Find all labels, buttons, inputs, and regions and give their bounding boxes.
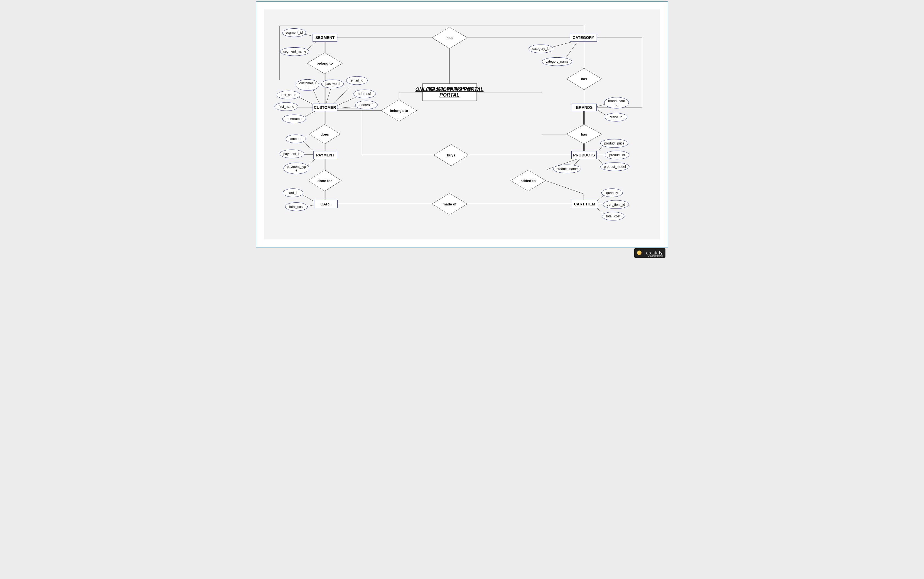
logo-subtitle: Diagramming	[648, 254, 663, 257]
svg-text:category_name: category_name	[545, 60, 568, 64]
portal-line2: PORTAL	[439, 92, 459, 98]
svg-text:product_name: product_name	[556, 167, 578, 171]
svg-text:brand_nam: brand_nam	[608, 99, 625, 103]
svg-text:address1: address1	[358, 92, 372, 96]
rel-added-to-label: added to	[521, 179, 536, 183]
rel-buys-label: buys	[447, 153, 455, 157]
svg-text:email_id: email_id	[351, 79, 363, 82]
svg-text:segment_name: segment_name	[283, 49, 307, 54]
svg-text:last_name: last_name	[281, 93, 296, 97]
svg-text:payment_id: payment_id	[283, 152, 300, 156]
entity-products-label: PRODUCTS	[573, 153, 595, 157]
svg-text:quantity: quantity	[606, 191, 618, 195]
rel-has-cat-brand-label: has	[581, 77, 587, 81]
entity-cart-item-label: CART ITEM	[574, 202, 595, 206]
page: ONLINE SHOPPING PORTAL SEGMENT CATEGORY …	[255, 0, 669, 260]
entity-payment-label: PAYMENT	[316, 153, 335, 157]
svg-text:product_model: product_model	[604, 165, 626, 169]
svg-text:first_name: first_name	[279, 105, 294, 109]
svg-text:total_cost: total_cost	[289, 205, 304, 209]
rel-done-for-label: done for	[318, 179, 332, 183]
svg-text:e: e	[295, 168, 297, 172]
svg-text:password: password	[325, 82, 340, 86]
svg-text:product_id: product_id	[609, 153, 625, 157]
rel-has-top-label: has	[446, 36, 452, 40]
entity-category-label: CATEGORY	[573, 35, 594, 40]
svg-text:username: username	[287, 117, 302, 121]
svg-text:customer_i: customer_i	[299, 81, 316, 85]
svg-text:payment_typ: payment_typ	[287, 165, 306, 169]
portal-line1: ONLINE SHOPPING	[426, 86, 473, 92]
entity-customer-label: CUSTOMER	[314, 105, 336, 110]
svg-text:product_price: product_price	[604, 141, 625, 145]
creately-logo: creately Diagramming	[634, 248, 666, 258]
entity-brands-label: BRANDS	[576, 105, 593, 110]
svg-text:card_id: card_id	[287, 191, 298, 195]
rel-made-of-label: made of	[442, 202, 456, 206]
entity-cart-label: CART	[320, 202, 331, 206]
svg-text:segment_id: segment_id	[286, 31, 303, 34]
rel-belong-to-label: belong to	[317, 61, 333, 65]
svg-text:brand_id: brand_id	[609, 115, 623, 119]
diagram-frame: ONLINE SHOPPING PORTAL SEGMENT CATEGORY …	[256, 2, 668, 247]
rel-does-label: does	[321, 132, 329, 136]
entity-segment-label: SEGMENT	[315, 35, 335, 40]
lightbulb-icon	[637, 250, 642, 255]
diagram-canvas: ONLINE SHOPPING PORTAL SEGMENT CATEGORY …	[264, 10, 660, 239]
svg-text:e: e	[615, 103, 617, 106]
svg-text:amount: amount	[290, 137, 302, 141]
logo-separator	[644, 249, 644, 256]
svg-text:category_id: category_id	[532, 47, 550, 51]
er-diagram: ONLINE SHOPPING PORTAL SEGMENT CATEGORY …	[264, 10, 660, 239]
svg-text:d: d	[307, 85, 309, 89]
svg-text:address2: address2	[359, 103, 374, 107]
rel-has-brand-prod-label: has	[581, 132, 587, 136]
svg-text:total_cost: total_cost	[606, 214, 620, 218]
rel-belongs-to-label: belongs to	[390, 109, 408, 113]
svg-text:cart_item_id: cart_item_id	[607, 203, 625, 206]
